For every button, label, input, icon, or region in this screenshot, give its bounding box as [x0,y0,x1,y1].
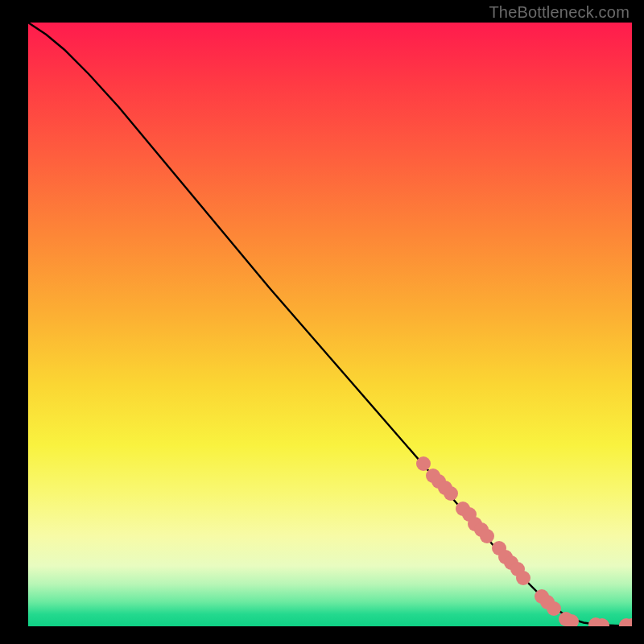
chart-stage: TheBottleneck.com [0,0,644,644]
data-dot [444,486,458,501]
data-dot [547,601,561,616]
plot-area [28,23,632,626]
data-dot [416,456,431,471]
data-dot [480,529,494,543]
data-dot [564,614,579,626]
attribution-text: TheBottleneck.com [489,3,630,22]
curve-layer [28,23,632,626]
data-dot [516,571,530,585]
chart-curve [28,23,632,625]
